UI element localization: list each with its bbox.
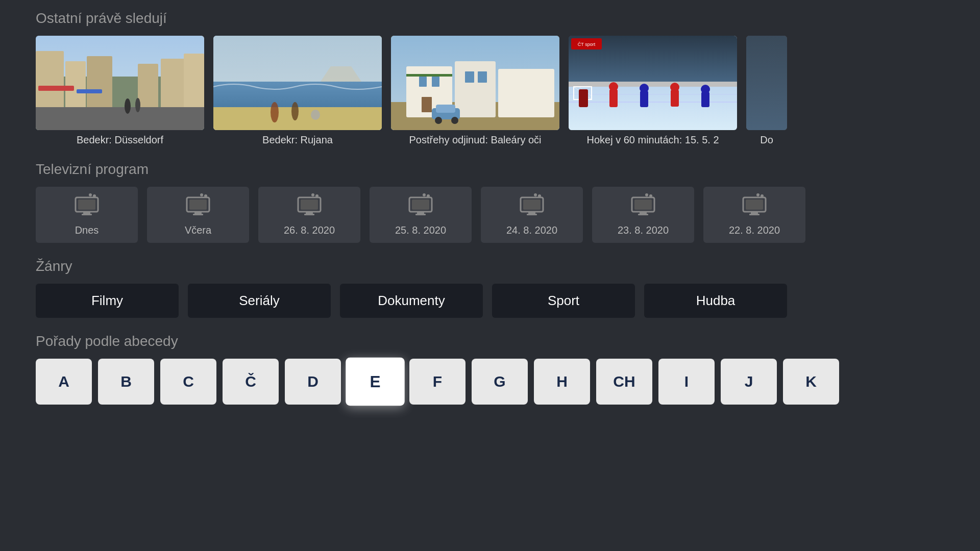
svg-rect-86: [634, 199, 652, 210]
thumb-item-rujana[interactable]: Bedekr: Rujana: [213, 36, 382, 146]
svg-rect-70: [304, 214, 314, 215]
tv-day-label-vcera: Včera: [185, 224, 211, 236]
svg-point-60: [89, 193, 92, 196]
thumb-image-partial: [746, 36, 787, 130]
tv-icon-vcera: [185, 193, 211, 219]
thumb-item-baleary[interactable]: Postřehy odjinud: Baleáry oči: [391, 36, 559, 146]
svg-rect-80: [523, 199, 541, 210]
alpha-b[interactable]: B: [98, 359, 154, 405]
svg-point-12: [135, 98, 140, 112]
genres-section: Žánry Filmy Seriály Dokumenty Sport Hudb…: [36, 258, 944, 318]
svg-point-71: [315, 194, 318, 197]
svg-rect-87: [640, 212, 647, 214]
tv-day-label-24-8: 24. 8. 2020: [506, 224, 557, 236]
tv-icon-26-8: [297, 193, 322, 219]
svg-point-96: [756, 193, 760, 196]
thumb-label-baleary: Postřehy odjinud: Baleáry oči: [409, 134, 541, 146]
svg-point-83: [538, 194, 541, 197]
svg-rect-92: [746, 199, 763, 210]
genre-hudba[interactable]: Hudba: [644, 284, 787, 318]
alpha-ch[interactable]: CH: [596, 359, 652, 405]
svg-rect-4: [87, 56, 112, 112]
alpha-h[interactable]: H: [534, 359, 590, 405]
thumb-image-hockey: ČT sport: [569, 36, 737, 130]
svg-point-45: [640, 84, 649, 93]
svg-point-78: [423, 193, 426, 196]
alpha-g[interactable]: G: [472, 359, 528, 405]
svg-rect-64: [193, 214, 203, 215]
thumb-item-dusseldorf[interactable]: Bedekr: Düsseldorf: [36, 36, 204, 146]
tv-day-26-8[interactable]: 26. 8. 2020: [258, 187, 360, 243]
genres-title: Žánry: [36, 258, 944, 274]
svg-point-16: [271, 102, 279, 122]
genre-sport[interactable]: Sport: [492, 284, 635, 318]
svg-rect-76: [415, 214, 426, 215]
tv-day-23-8[interactable]: 23. 8. 2020: [592, 187, 694, 243]
alpha-ch-c[interactable]: Č: [223, 359, 279, 405]
alpha-d[interactable]: D: [285, 359, 341, 405]
svg-rect-46: [671, 90, 679, 107]
tv-day-vcera[interactable]: Včera: [147, 187, 249, 243]
recently-section: Ostatní právě sledují: [36, 10, 944, 146]
svg-rect-42: [609, 89, 618, 107]
alpha-j[interactable]: J: [721, 359, 777, 405]
svg-rect-26: [422, 97, 432, 112]
svg-rect-69: [306, 212, 313, 214]
svg-rect-25: [432, 77, 439, 87]
thumb-label-hockey: Hokej v 60 minutách: 15. 5. 2: [586, 134, 719, 146]
alpha-k[interactable]: K: [783, 359, 839, 405]
tv-day-dnes[interactable]: Dnes: [36, 187, 138, 243]
thumb-image-dusseldorf: [36, 36, 204, 130]
tv-day-label-dnes: Dnes: [75, 224, 99, 236]
thumb-label-partial: Do: [746, 134, 787, 146]
tv-icon-22-8: [742, 193, 767, 219]
svg-rect-24: [419, 77, 427, 87]
thumb-item-hockey[interactable]: ČT sport Hokej v 60 minutách: 15. 5. 2: [569, 36, 737, 146]
tv-day-label-22-8: 22. 8. 2020: [729, 224, 780, 236]
main-page: Ostatní právě sledují: [0, 0, 980, 405]
svg-text:ČT sport: ČT sport: [578, 42, 596, 47]
svg-rect-5: [138, 64, 158, 112]
svg-rect-56: [78, 199, 95, 210]
svg-rect-22: [455, 61, 496, 117]
alphabet-title: Pořady podle abecedy: [36, 333, 944, 349]
thumb-item-partial[interactable]: Do: [746, 36, 787, 146]
genre-serialy[interactable]: Seriály: [188, 284, 331, 318]
svg-rect-9: [38, 86, 74, 91]
svg-rect-7: [184, 54, 204, 112]
tv-day-label-25-8: 25. 8. 2020: [395, 224, 446, 236]
svg-rect-27: [465, 71, 474, 83]
svg-point-77: [427, 194, 430, 197]
tv-day-24-8[interactable]: 24. 8. 2020: [481, 187, 583, 243]
genre-dokumenty[interactable]: Dokumenty: [340, 284, 483, 318]
alpha-i[interactable]: I: [658, 359, 715, 405]
svg-point-84: [534, 193, 537, 196]
thumb-image-rujana: [213, 36, 382, 130]
svg-rect-68: [301, 199, 318, 210]
svg-rect-48: [701, 92, 709, 107]
svg-point-90: [645, 193, 648, 196]
alpha-c[interactable]: C: [160, 359, 216, 405]
svg-point-72: [311, 193, 314, 196]
svg-rect-36: [569, 87, 737, 130]
svg-point-89: [649, 194, 652, 197]
alphabet-section: Pořady podle abecedy A B C Č D E F G H C…: [36, 333, 944, 405]
alpha-f[interactable]: F: [409, 359, 465, 405]
tv-day-label-26-8: 26. 8. 2020: [284, 224, 335, 236]
svg-rect-23: [498, 69, 554, 117]
svg-point-31: [435, 117, 442, 124]
svg-rect-62: [189, 199, 207, 210]
alpha-e[interactable]: E: [346, 358, 405, 406]
svg-rect-2: [36, 51, 64, 112]
thumbnails-row: Bedekr: Düsseldorf: [36, 36, 944, 146]
tv-day-22-8[interactable]: 22. 8. 2020: [703, 187, 805, 243]
svg-rect-44: [640, 91, 648, 107]
svg-rect-54: [746, 36, 787, 130]
svg-rect-93: [751, 212, 758, 214]
alphabet-row: A B C Č D E F G H CH I J K: [36, 359, 944, 405]
svg-point-43: [609, 82, 618, 91]
tv-day-25-8[interactable]: 25. 8. 2020: [370, 187, 472, 243]
genre-filmy[interactable]: Filmy: [36, 284, 179, 318]
svg-rect-81: [528, 212, 535, 214]
alpha-a[interactable]: A: [36, 359, 92, 405]
